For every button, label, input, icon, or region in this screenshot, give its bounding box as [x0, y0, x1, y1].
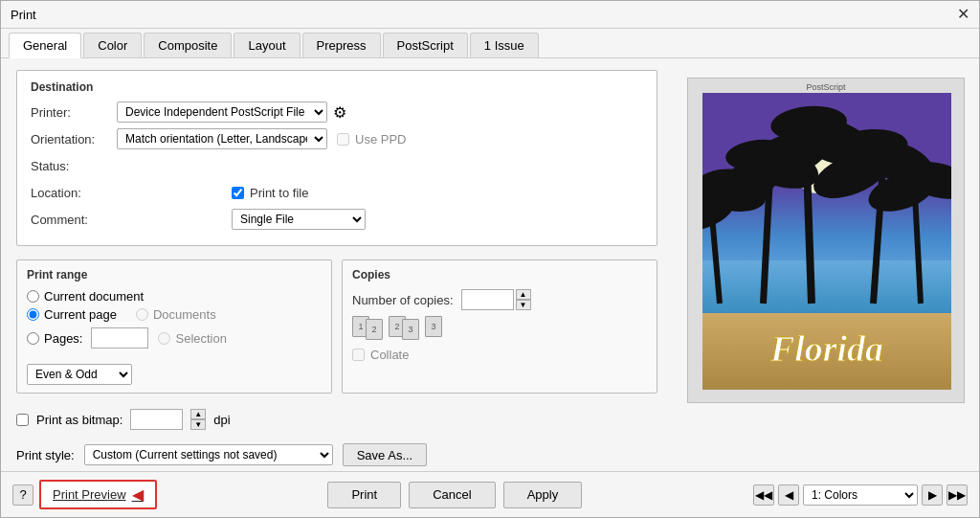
- svg-text:Florida: Florida: [769, 328, 883, 369]
- documents-radio[interactable]: [136, 308, 148, 321]
- tabs-row: General Color Composite Layout Prepress …: [1, 29, 979, 58]
- printer-select[interactable]: Device Independent PostScript File: [117, 101, 327, 123]
- even-odd-select[interactable]: Even & Odd: [27, 364, 132, 385]
- cancel-button[interactable]: Cancel: [409, 482, 495, 508]
- collate-label: Collate: [370, 348, 409, 362]
- save-as-button[interactable]: Save As...: [343, 443, 428, 466]
- range-copies-row: Print range Current document Current pag…: [16, 259, 657, 394]
- apply-button[interactable]: Apply: [503, 482, 583, 508]
- pages-label: Pages:: [44, 331, 82, 346]
- nav-last-icon: ▶▶: [948, 488, 966, 502]
- print-preview-button[interactable]: Print Preview ◀: [39, 480, 157, 509]
- current-document-radio[interactable]: [27, 290, 39, 303]
- pages-input[interactable]: 1: [91, 327, 148, 349]
- print-dialog: Print ✕ General Color Composite Layout P…: [0, 0, 980, 518]
- printer-input-row: Device Independent PostScript File ⚙: [117, 101, 346, 123]
- orientation-row: Orientation: Match orientation (Letter, …: [31, 128, 643, 149]
- tab-composite[interactable]: Composite: [144, 33, 232, 57]
- pages-radio-row: Pages: 1: [27, 327, 148, 349]
- dpi-spinners: ▲ ▼: [190, 409, 206, 430]
- comment-row: Comment: Single File: [31, 209, 643, 230]
- print-button[interactable]: Print: [327, 482, 401, 508]
- printer-row: Printer: Device Independent PostScript F…: [31, 101, 643, 123]
- comment-select[interactable]: Single File: [232, 209, 366, 230]
- current-page-row: Current page: [27, 307, 117, 322]
- copies-input-row: Number of copies: 1 ▲ ▼: [352, 289, 647, 310]
- copies-section: Copies Number of copies: 1 ▲ ▼ 1: [342, 259, 657, 394]
- collate-checkbox[interactable]: [352, 349, 365, 361]
- copies-number-label: Number of copies:: [352, 293, 454, 307]
- print-to-file-checkbox[interactable]: [232, 187, 244, 199]
- nav-prev-button[interactable]: ◀: [778, 484, 799, 506]
- selection-row: Selection: [158, 327, 226, 349]
- help-button[interactable]: ?: [12, 484, 33, 506]
- location-label: Location:: [31, 186, 117, 200]
- selection-radio[interactable]: [158, 332, 170, 345]
- print-style-label: Print style:: [16, 448, 75, 462]
- nav-first-button[interactable]: ◀◀: [753, 484, 774, 506]
- tab-layout[interactable]: Layout: [234, 33, 300, 57]
- copies-title: Copies: [352, 268, 647, 282]
- tab-color[interactable]: Color: [83, 33, 142, 57]
- title-bar: Print ✕: [1, 1, 979, 29]
- status-label: Status:: [31, 159, 117, 173]
- bitmap-row: Print as bitmap: 300 ▲ ▼ dpi: [16, 409, 657, 430]
- collate-row: Collate: [352, 348, 647, 362]
- tab-prepress[interactable]: Prepress: [302, 33, 381, 57]
- print-to-file-row: Print to file: [232, 186, 308, 200]
- current-page-label: Current page: [44, 307, 117, 322]
- window-title: Print: [11, 8, 36, 22]
- dpi-down-button[interactable]: ▼: [190, 419, 206, 430]
- main-content: Destination Printer: Device Independent …: [1, 58, 979, 471]
- bitmap-label: Print as bitmap:: [36, 413, 122, 427]
- copies-up-button[interactable]: ▲: [516, 289, 531, 300]
- use-ppd-label: Use PPD: [355, 132, 406, 146]
- dpi-up-button[interactable]: ▲: [190, 409, 206, 419]
- pages-radio[interactable]: [27, 332, 39, 345]
- tab-postscript[interactable]: PostScript: [383, 33, 468, 57]
- print-range-section: Print range Current document Current pag…: [16, 259, 332, 394]
- preview-image: PostScript ⊕ ⊕ ⊕ ⊕: [687, 78, 965, 403]
- orientation-select[interactable]: Match orientation (Letter, Landscape): [117, 128, 327, 149]
- right-panel: PostScript ⊕ ⊕ ⊕ ⊕: [673, 58, 979, 471]
- left-panel: Destination Printer: Device Independent …: [1, 58, 673, 471]
- dpi-input[interactable]: 300: [130, 409, 183, 430]
- location-row: Location: Print to file: [31, 182, 643, 203]
- print-style-select[interactable]: Custom (Current settings not saved): [84, 444, 333, 465]
- use-ppd-row: Use PPD: [337, 132, 406, 146]
- bottom-left: ? Print Preview ◀: [12, 480, 157, 509]
- nav-next-button[interactable]: ▶: [922, 484, 943, 506]
- close-button[interactable]: ✕: [957, 7, 969, 22]
- gear-icon[interactable]: ⚙: [333, 103, 346, 122]
- preview-header: PostScript: [806, 82, 845, 92]
- page-select[interactable]: 1: Colors: [803, 484, 918, 506]
- selection-label: Selection: [175, 331, 226, 346]
- bottom-right: ◀◀ ◀ 1: Colors ▶ ▶▶: [753, 484, 968, 506]
- print-preview-label: Print Preview: [53, 487, 126, 502]
- status-row: Status:: [31, 155, 643, 176]
- collate-page-5: 3: [425, 316, 442, 337]
- current-document-row: Current document: [27, 289, 322, 304]
- print-range-title: Print range: [27, 268, 322, 282]
- collate-icons: 1 2 2 3 3: [352, 316, 647, 340]
- bitmap-checkbox[interactable]: [16, 414, 29, 426]
- tab-general[interactable]: General: [9, 33, 81, 58]
- nav-first-icon: ◀◀: [755, 488, 772, 502]
- print-to-file-label: Print to file: [250, 186, 308, 200]
- copies-input[interactable]: 1: [461, 289, 514, 310]
- current-document-label: Current document: [44, 289, 144, 304]
- preview-arrow-icon: ◀: [132, 485, 144, 504]
- nav-next-icon: ▶: [928, 488, 937, 502]
- copies-down-button[interactable]: ▼: [516, 300, 531, 310]
- bottom-bar: ? Print Preview ◀ Print Cancel Apply ◀◀ …: [1, 471, 979, 517]
- current-page-radio[interactable]: [27, 308, 39, 321]
- documents-row: Documents: [136, 307, 216, 322]
- comment-label: Comment:: [31, 213, 117, 227]
- use-ppd-checkbox[interactable]: [337, 133, 349, 146]
- orientation-label: Orientation:: [31, 132, 117, 146]
- florida-svg: Florida: [702, 93, 951, 390]
- tab-1issue[interactable]: 1 Issue: [470, 33, 539, 57]
- nav-prev-icon: ◀: [785, 488, 793, 502]
- destination-title: Destination: [31, 80, 643, 94]
- nav-last-button[interactable]: ▶▶: [947, 484, 968, 506]
